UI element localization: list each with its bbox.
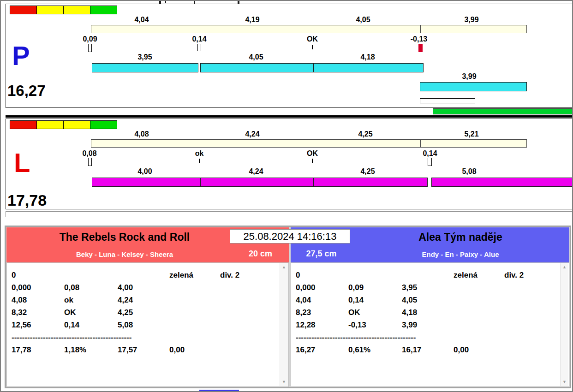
scroll-up-icon[interactable]: ▲ — [561, 265, 568, 269]
result-cell: -0,13 — [348, 319, 402, 331]
diff-marker-line — [312, 45, 313, 49]
result-cell: 12,28 — [296, 319, 348, 331]
result-split-row: 8,32 OK 4,25 — [12, 306, 277, 319]
race-timestamp: 25.08.2024 14:16:13 — [230, 229, 350, 244]
scale-divider — [200, 140, 200, 147]
p-split-value: 3,95 — [124, 53, 166, 61]
p-diff-label: -0,13 — [398, 35, 440, 43]
result-cell: 3,99 — [402, 319, 454, 331]
result-cell: 17,78 — [12, 344, 64, 356]
p-split-bar — [92, 63, 198, 72]
result-total-row: 16,27 0,61% 16,17 0,00 — [296, 344, 558, 356]
status-segment-green — [90, 120, 117, 129]
result-cell: 0,14 — [348, 294, 402, 306]
team-right-results[interactable]: 0 zelená div. 2 0,000 0,09 3,95 4,04 0,1… — [291, 262, 569, 387]
status-segment-yellow — [36, 120, 64, 129]
result-cell: 0,000 — [296, 281, 348, 294]
l-time-scale-bar — [91, 139, 527, 148]
lane-l-total-time: 17,78 — [7, 192, 47, 208]
status-segment-yellow — [63, 6, 90, 14]
result-cell: 4,00 — [118, 281, 169, 294]
scale-divider — [313, 140, 313, 147]
scroll-down-icon[interactable]: ▼ — [280, 380, 288, 384]
diff-marker-hollow — [88, 44, 92, 52]
result-cell: 16,17 — [402, 344, 454, 356]
team-right-name: Alea Tým naděje — [352, 231, 569, 244]
p-diff-label: 0,14 — [179, 35, 220, 43]
result-split-row: 12,28 -0,13 3,99 — [296, 319, 558, 331]
green-progress-bar — [433, 108, 573, 114]
result-separator-row: ----------------------------------------… — [296, 331, 558, 344]
l-scale-value: 4,08 — [121, 130, 162, 138]
bar-divider — [313, 178, 314, 186]
vertical-scrollbar[interactable]: ▲ ▼ — [280, 263, 288, 386]
status-segment-yellow — [63, 120, 90, 129]
window-edge-artifact — [165, 1, 166, 3]
team-left-results[interactable]: 0 zelená div. 2 0,000 0,08 4,00 4,08 ok … — [6, 262, 289, 387]
status-segment-green — [90, 6, 117, 14]
l-last-split-bar — [431, 178, 573, 187]
result-cell: zelená — [169, 269, 220, 281]
p-last-split-value: 3,99 — [448, 72, 490, 81]
scroll-up-icon[interactable]: ▲ — [280, 265, 288, 269]
l-split-value: 4,24 — [235, 167, 277, 176]
result-text: 0 zelená div. 2 0,000 0,08 4,00 4,08 ok … — [7, 263, 288, 356]
diff-marker-line — [199, 159, 200, 163]
scale-divider — [313, 25, 313, 33]
team-right-jump-height: 27,5 cm — [292, 249, 350, 259]
result-header-row: 0 zelená div. 2 — [296, 269, 558, 281]
team-left-name: The Rebels Rock and Roll — [6, 231, 243, 244]
result-cell: ok — [64, 294, 118, 306]
result-text: 0 zelená div. 2 0,000 0,09 3,95 4,04 0,1… — [291, 263, 569, 356]
diff-marker-hollow — [88, 158, 92, 166]
result-cell: 5,08 — [118, 319, 169, 331]
lane-divider — [6, 115, 573, 118]
l-split-value: 4,00 — [124, 167, 166, 176]
scale-divider — [420, 140, 421, 147]
result-separator-row: ----------------------------------------… — [12, 331, 277, 344]
p-scale-value: 4,05 — [342, 16, 384, 24]
lane-l-status-strip — [10, 120, 117, 129]
result-cell: 4,24 — [118, 294, 169, 306]
taskbar-artifact — [199, 390, 239, 392]
result-header-row: 0 zelená div. 2 — [12, 269, 277, 281]
result-cell: 0 — [12, 269, 64, 281]
result-total-row: 17,78 1,18% 17,57 0,00 — [12, 344, 277, 356]
result-cell: 17,57 — [118, 344, 169, 356]
result-cell: 0,61% — [348, 344, 402, 356]
l-diff-label: 0,14 — [409, 149, 451, 158]
result-cell: div. 2 — [220, 269, 277, 281]
l-scale-value: 4,24 — [232, 130, 273, 138]
status-segment-red — [10, 120, 37, 129]
result-cell: 1,18% — [64, 344, 118, 356]
result-cell: 0,000 — [12, 281, 64, 294]
empty-status-strip — [6, 211, 573, 217]
result-cell: 8,32 — [12, 306, 64, 319]
result-split-row: 12,56 0,14 5,08 — [12, 319, 277, 331]
scale-divider — [200, 25, 200, 33]
result-cell: 0 — [296, 269, 348, 281]
vertical-scrollbar[interactable]: ▲ ▼ — [560, 263, 568, 386]
p-last-split-bar — [420, 82, 527, 91]
scroll-down-icon[interactable]: ▼ — [561, 380, 568, 384]
p-split-value: 4,05 — [235, 53, 277, 61]
result-cell: OK — [348, 306, 402, 319]
result-cell: 0,00 — [169, 344, 220, 356]
result-split-row: 0,000 0,09 3,95 — [296, 281, 558, 294]
p-scale-value: 4,19 — [232, 16, 273, 24]
p-split-bar — [200, 63, 424, 72]
p-split-value: 4,18 — [347, 53, 388, 61]
team-right-members: Endy - En - Paixy - Alue — [352, 250, 569, 258]
p-diff-label: 0,09 — [69, 35, 111, 43]
diff-marker-red — [418, 44, 423, 52]
l-scale-value: 5,21 — [451, 130, 492, 138]
result-split-row: 0,000 0,08 4,00 — [12, 281, 277, 294]
p-scale-value: 3,99 — [451, 16, 492, 24]
l-split-value: 4,25 — [347, 167, 388, 176]
result-split-row: 8,23 OK 4,18 — [296, 306, 558, 319]
result-cell: OK — [64, 306, 118, 319]
result-split-row: 4,08 ok 4,24 — [12, 294, 277, 306]
l-split-bar — [92, 178, 428, 187]
l-diff-label: 0,08 — [69, 149, 110, 158]
l-diff-label: OK — [292, 149, 333, 158]
